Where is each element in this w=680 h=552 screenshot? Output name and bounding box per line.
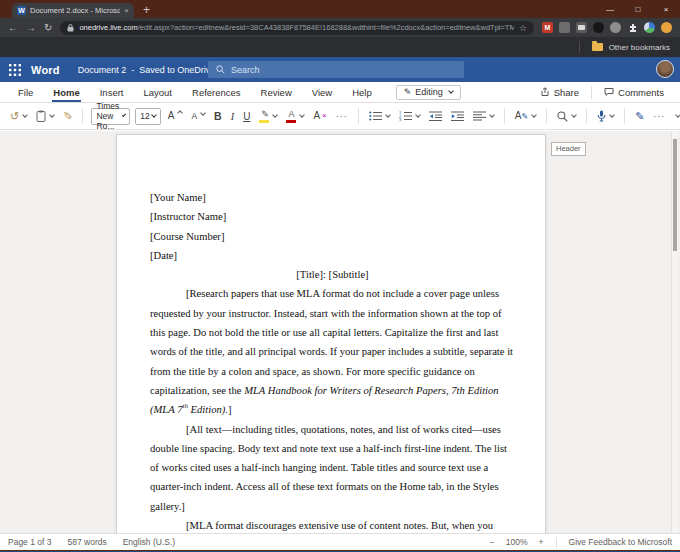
bookmark-star-icon[interactable]: ☆ <box>519 23 527 33</box>
editor-button[interactable]: ✎ <box>633 109 646 124</box>
font-color-button[interactable]: A <box>284 109 306 124</box>
tab-references[interactable]: References <box>182 82 251 102</box>
tab-review[interactable]: Review <box>251 82 302 102</box>
minimize-icon[interactable]: — <box>596 0 624 18</box>
pencil-icon: ✎ <box>404 87 412 97</box>
ribbon-tab-bar: File Home Insert Layout References Revie… <box>0 82 680 103</box>
ribbon-overflow-button[interactable]: ··· <box>651 110 667 122</box>
grow-font-button[interactable]: A <box>166 110 185 122</box>
microphone-icon <box>597 110 606 122</box>
chevron-down-icon <box>676 112 680 118</box>
zoom-in-button[interactable]: + <box>539 537 544 547</box>
format-painter-button[interactable]: ✐ <box>61 109 74 124</box>
paragraph[interactable]: [Date] <box>150 246 515 265</box>
tab-file[interactable]: File <box>8 82 43 102</box>
divider <box>556 537 557 548</box>
text-run: [Instructor Name] <box>150 211 226 222</box>
tab-layout[interactable]: Layout <box>133 82 182 102</box>
feedback-link[interactable]: Give Feedback to Microsoft <box>569 537 672 547</box>
word-count[interactable]: 587 words <box>67 537 106 547</box>
tab-help[interactable]: Help <box>342 82 382 102</box>
extension-icon-2[interactable] <box>559 22 570 33</box>
editing-mode-button[interactable]: ✎ Editing <box>396 85 461 100</box>
header-actions: Share Comments <box>532 84 672 100</box>
tab-view[interactable]: View <box>302 82 342 102</box>
text-run: .] <box>225 404 231 415</box>
tab-insert[interactable]: Insert <box>90 82 134 102</box>
document-page[interactable]: [Your Name][Instructor Name][Course Numb… <box>116 134 546 533</box>
paragraph[interactable]: [Your Name] <box>150 188 515 207</box>
paragraph[interactable]: [Research papers that use MLA format do … <box>150 284 515 419</box>
decrease-indent-button[interactable] <box>427 110 444 122</box>
clear-formatting-button[interactable]: A × <box>311 110 328 122</box>
extension-icon-1[interactable]: M <box>542 22 553 33</box>
bold-button[interactable]: B <box>212 109 224 123</box>
close-icon[interactable]: × <box>652 0 680 18</box>
paragraph[interactable]: [Course Number] <box>150 227 515 246</box>
search-input[interactable]: Search <box>208 61 464 78</box>
zoom-out-button[interactable]: − <box>490 537 495 547</box>
font-name-select[interactable]: Times New Ro... <box>91 108 130 125</box>
underline-button[interactable]: U <box>241 110 252 123</box>
numbering-button[interactable]: 123 <box>397 110 422 122</box>
paragraph[interactable]: [Instructor Name] <box>150 207 515 226</box>
paragraph[interactable]: [All text—including titles, quotations, … <box>150 420 515 516</box>
chevron-down-icon <box>300 112 306 118</box>
language-status[interactable]: English (U.S.) <box>123 537 175 547</box>
vertical-scrollbar[interactable] <box>671 131 678 533</box>
scrollbar-thumb[interactable] <box>673 139 677 251</box>
zoom-level[interactable]: 100% <box>506 537 528 547</box>
font-size-value: 12 <box>140 111 149 121</box>
extension-icon-4[interactable] <box>593 22 604 33</box>
maximize-icon[interactable]: □ <box>624 0 652 18</box>
document-body[interactable]: [Your Name][Instructor Name][Course Numb… <box>150 188 515 533</box>
other-bookmarks-label[interactable]: Other bookmarks <box>609 43 670 52</box>
forward-icon[interactable]: → <box>26 23 36 33</box>
tab-home[interactable]: Home <box>43 82 89 102</box>
back-icon[interactable]: ← <box>8 23 18 33</box>
share-button[interactable]: Share <box>532 84 587 100</box>
header-chip[interactable]: Header <box>551 142 586 156</box>
extension-icon-6[interactable] <box>644 22 655 33</box>
url-bar[interactable]: onedrive.live.com/edit.aspx?action=editn… <box>60 21 534 35</box>
italic-button[interactable]: I <box>229 110 237 123</box>
find-icon <box>557 111 568 122</box>
extensions-puzzle-icon[interactable] <box>627 22 638 33</box>
collapse-ribbon-button[interactable] <box>672 114 680 118</box>
increase-indent-button[interactable] <box>449 110 466 122</box>
document-title-bar[interactable]: Document 2 - Saved to OneDrive <box>78 65 227 75</box>
browser-profile-avatar[interactable] <box>661 22 672 33</box>
tab-title: Document 2.docx - Microsoft W... <box>30 6 120 15</box>
styles-pen-icon: ✎ <box>521 112 528 121</box>
italic-icon: I <box>231 111 235 122</box>
tab-close-icon[interactable]: × <box>124 6 129 15</box>
comments-button[interactable]: Comments <box>596 84 672 100</box>
more-font-options-button[interactable]: ··· <box>334 110 350 122</box>
app-launcher-waffle-icon[interactable] <box>9 64 21 76</box>
refresh-icon[interactable]: ↻ <box>44 23 52 33</box>
new-tab-button[interactable]: + <box>143 4 150 16</box>
page-count[interactable]: Page 1 of 3 <box>8 537 51 547</box>
find-button[interactable] <box>555 110 578 123</box>
chevron-down-icon <box>273 112 279 118</box>
styles-button[interactable]: A ✎ <box>513 110 538 122</box>
divider <box>82 108 83 124</box>
browser-tab[interactable]: W Document 2.docx - Microsoft W... × <box>12 3 134 18</box>
shrink-font-button[interactable]: A <box>189 111 207 122</box>
browser-addressbar: ← → ↻ onedrive.live.com/edit.aspx?action… <box>0 18 680 37</box>
highlight-color-button[interactable]: ✐ <box>257 109 279 124</box>
paragraph[interactable]: [Title]: [Subtitle] <box>150 265 515 284</box>
dictate-button[interactable] <box>595 109 616 123</box>
undo-button[interactable]: ↺ <box>8 109 29 124</box>
alignment-button[interactable] <box>471 110 496 122</box>
paragraph[interactable]: [MLA format discourages extensive use of… <box>150 516 515 533</box>
styles-icon: A <box>515 111 522 121</box>
font-size-select[interactable]: 12 <box>135 108 160 125</box>
outdent-icon <box>429 111 442 121</box>
paste-button[interactable] <box>34 109 56 123</box>
account-avatar[interactable] <box>656 60 674 78</box>
bullets-button[interactable] <box>367 110 392 122</box>
extension-icon-3[interactable] <box>576 22 587 33</box>
caret-down-icon <box>200 110 206 116</box>
extension-icon-5[interactable] <box>610 22 621 33</box>
